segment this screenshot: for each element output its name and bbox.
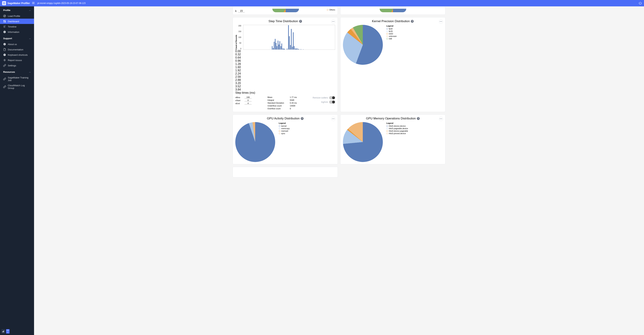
legend-label: fp16 [389, 30, 392, 32]
logaxis-toggle[interactable] [329, 100, 335, 104]
chevron-up-icon: ︿ [29, 71, 31, 73]
sidebar: Profile︿Load ProfileDashboardTimelineInf… [0, 7, 34, 335]
histogram-bar [278, 41, 278, 50]
sidebar-section-profile[interactable]: Profile︿ [0, 7, 34, 13]
legend-label: memset [281, 130, 288, 132]
help-icon[interactable]: ? [411, 20, 414, 23]
svg-text:?: ? [4, 54, 5, 56]
k-label: k [235, 10, 236, 13]
bug-icon [3, 59, 6, 62]
y-axis-ticks: 200150100500 [238, 25, 242, 50]
top-k-legend: Others [327, 9, 335, 11]
y-axis-label: Count of Records [235, 25, 237, 50]
sidebar-item-label: Report issuus [8, 59, 22, 62]
legend-item: DtoD.device.device [386, 125, 408, 127]
legend-item: memset [279, 130, 290, 132]
sidebar-item-sagemaker-training-job[interactable]: SageMaker Training Job [0, 75, 34, 83]
svg-rect-3 [4, 3, 5, 4]
legend-swatch [386, 36, 388, 37]
histogram-bar [274, 42, 274, 50]
link-icon [3, 85, 6, 88]
svg-rect-12 [5, 21, 6, 22]
xend-input[interactable] [244, 102, 252, 105]
sidebar-item-timeline[interactable]: Timeline [0, 24, 34, 29]
legend-item: fp32 [386, 28, 397, 30]
help-icon[interactable]: ? [299, 20, 302, 23]
menu-button[interactable] [32, 2, 35, 5]
stat-underflow-label: Underflow count [268, 105, 288, 107]
stat-integral-value: 5548 [290, 99, 294, 101]
card-menu-button[interactable]: ••• [439, 117, 443, 121]
legend-swatch [386, 31, 388, 32]
power-button[interactable] [639, 2, 642, 5]
help-icon: ? [3, 53, 6, 56]
legend-swatch [386, 130, 388, 132]
job-name: pt-resnet-smppy-1xg4dn-2023-05-19-23-07-… [38, 2, 86, 5]
stats-icon[interactable] [2, 329, 5, 333]
legend-label: memcopy [281, 127, 290, 130]
histogram-plot [243, 25, 335, 50]
sidebar-section-resources[interactable]: Resources︿ [0, 68, 34, 75]
card-menu-button[interactable]: ••• [331, 117, 336, 121]
histogram-bar [300, 49, 301, 50]
histogram-bar [292, 47, 293, 50]
legend-item: HtoD.pinned.device [386, 132, 408, 135]
sidebar-item-label: Timeline [8, 25, 16, 28]
help-icon[interactable]: ? [301, 117, 304, 120]
sidebar-section-support[interactable]: Support︿ [0, 35, 34, 42]
nbins-input[interactable] [244, 96, 252, 99]
legend-swatch [386, 125, 388, 127]
histogram-bar [283, 49, 284, 50]
legend-label: HtoD.pageable.device [389, 127, 408, 130]
sidebar-item-report-issuus[interactable]: Report issuus [0, 58, 34, 63]
sidebar-item-information[interactable]: Information [0, 29, 34, 35]
k-input-group: k [235, 10, 245, 13]
k-input[interactable] [238, 10, 245, 13]
step-time-title: Step Time Distribution [268, 20, 298, 23]
link-icon [3, 64, 6, 67]
sidebar-item-load-profile[interactable]: Load Profile [0, 13, 34, 19]
xstart-input[interactable] [244, 99, 252, 102]
remove-outliers-toggle[interactable] [329, 96, 335, 99]
sidebar-item-label: Keyboard shortcuts [8, 54, 28, 56]
legend-swatch [386, 33, 388, 35]
x-axis-ticks: 0.000.320.640.961.281.601.922.242.562.88… [235, 50, 335, 91]
legend-label: unknown [389, 35, 397, 37]
timeline-icon [3, 25, 6, 28]
help-icon[interactable]: ? [417, 117, 420, 120]
top-k-card: k Others [233, 7, 338, 15]
histogram-bar [298, 49, 298, 50]
svg-rect-13 [4, 22, 4, 22]
svg-rect-0 [3, 2, 4, 3]
legend-label: DtoD.device.device [389, 125, 406, 127]
xstart-label: xStart [235, 99, 243, 102]
legend-item: kernel [279, 125, 290, 127]
sidebar-item-settings[interactable]: Settings [0, 63, 34, 68]
sidebar-item-dashboard[interactable]: Dashboard [0, 19, 34, 24]
card-menu-button[interactable]: ••• [439, 20, 443, 24]
main-content: k Others [34, 7, 644, 335]
info-icon [3, 31, 6, 33]
svg-point-8 [3, 15, 6, 17]
xend-label: xEnd [235, 102, 243, 105]
db-badge[interactable]: D8 0 [6, 329, 10, 333]
nbins-label: nBins [235, 96, 243, 99]
legend-item: DtoH.device.pageable [386, 130, 408, 132]
sidebar-item-cloudwatch-log-group[interactable]: CloudWatch Log Group [0, 83, 34, 91]
svg-rect-1 [4, 2, 5, 3]
header: SageMaker Profiler pt-resnet-smppy-1xg4d… [0, 0, 644, 7]
gpu-memory-title: GPU Memory Operations Distribution [366, 117, 416, 120]
svg-marker-9 [4, 16, 5, 17]
sidebar-item-about-us[interactable]: About us [0, 42, 34, 47]
link-icon [3, 78, 6, 80]
sidebar-item-documentation[interactable]: Documentation [0, 47, 34, 52]
card-menu-button[interactable]: ••• [331, 20, 336, 24]
sidebar-item-label: About us [8, 43, 17, 46]
sidebar-item-label: Load Profile [8, 15, 20, 18]
legend-item: memcopy [279, 127, 290, 130]
sidebar-item-label: Information [8, 31, 19, 33]
svg-rect-10 [4, 20, 4, 21]
compass-icon [3, 15, 6, 18]
sidebar-item-keyboard-shortcuts[interactable]: ?Keyboard shortcuts [0, 52, 34, 58]
kernel-precision-card: ••• Kernel Precision Distribution ? Lege… [340, 17, 446, 112]
